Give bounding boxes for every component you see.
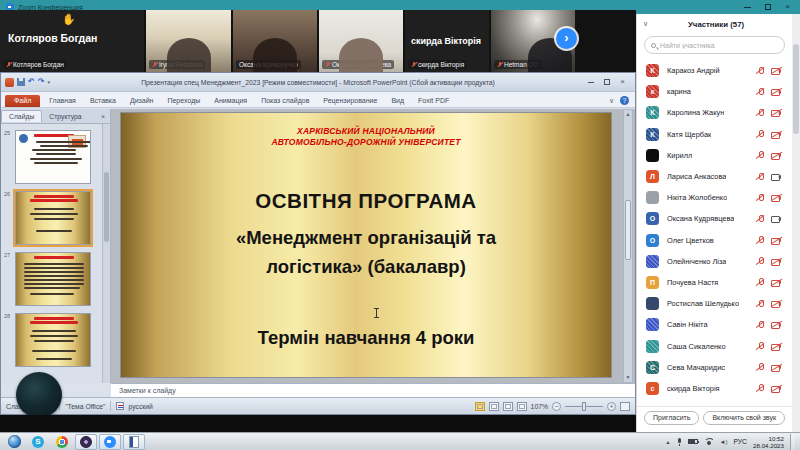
tray-volume-icon[interactable]: ◄) (719, 439, 727, 445)
participant-row[interactable]: ккарина (637, 81, 790, 102)
qat-dropdown-icon[interactable]: ▾ (47, 79, 50, 85)
next-page-button[interactable]: › (556, 28, 577, 49)
quick-access-toolbar: ↶ ↷ ▾ (5, 78, 50, 87)
tray-mic-icon[interactable] (676, 437, 682, 446)
participant-row[interactable]: ЛЛариса Анкасова (637, 166, 790, 187)
ribbon-collapse-icon[interactable]: ∨ (609, 97, 614, 105)
invite-button[interactable]: Пригласить (644, 411, 699, 425)
ppt-minimize-icon[interactable] (588, 82, 594, 83)
ribbon-tab[interactable]: Рецензирование (316, 94, 384, 107)
tray-expand-icon[interactable]: ▲ (666, 439, 671, 445)
avatar: К (646, 128, 659, 141)
video-tile[interactable]: скирда Вікторіяскирда Вікторія (405, 10, 489, 72)
participant-row[interactable]: Нікіта Жолобенко (637, 187, 790, 208)
undo-icon[interactable]: ↶ (28, 78, 35, 86)
slide-thumbnail[interactable] (15, 191, 91, 245)
panel-close-icon[interactable]: × (101, 113, 110, 120)
panel-collapse-icon[interactable]: ∨ (637, 20, 654, 28)
tray-battery-icon[interactable] (688, 439, 698, 444)
video-tile[interactable]: Оксана Кудрявцева (319, 10, 403, 72)
participants-scrollbar[interactable] (792, 14, 800, 432)
taskbar-skype-icon[interactable]: S (27, 434, 49, 450)
taskbar-chrome-icon[interactable] (51, 434, 73, 450)
video-tile-name-label: Оксана Криворучко (236, 60, 301, 69)
ribbon-tab[interactable]: Главная (42, 94, 83, 107)
spellcheck-icon[interactable] (116, 402, 124, 410)
ribbon-tab[interactable]: Вставка (83, 94, 123, 107)
clock[interactable]: 10:52 28.04.2023 (753, 435, 784, 449)
participant-row[interactable]: ООлег Цветков (637, 230, 790, 251)
participant-name: Каракоз Андрій (667, 66, 720, 75)
zoom-in-icon[interactable]: + (607, 402, 616, 411)
mic-muted-icon (756, 363, 764, 372)
tab-outline[interactable]: Структура (42, 111, 88, 122)
ribbon-tab[interactable]: Вид (384, 94, 411, 107)
video-tile[interactable]: Оксана Криворучко (233, 10, 317, 72)
video-tile-name-label: Оксана Кудрявцева (322, 60, 394, 69)
taskbar-zoom-icon[interactable] (99, 434, 121, 450)
camera-bubble[interactable] (16, 372, 62, 418)
ribbon-tab[interactable]: Переходы (160, 94, 207, 107)
participant-row[interactable]: Олейніченко Ліза (637, 251, 790, 272)
ribbon-tab[interactable]: Foxit PDF (411, 94, 456, 107)
start-button[interactable] (3, 434, 25, 450)
language-switcher[interactable]: РУС (733, 438, 747, 445)
fit-to-window-icon[interactable] (620, 402, 630, 411)
ribbon-tab-file[interactable]: Файл (5, 95, 40, 107)
participant-row[interactable]: Ростислав Шелудько (637, 293, 790, 314)
slide-scrollbar[interactable]: ▲ ▼ (623, 109, 633, 383)
scroll-up-icon[interactable]: ▲ (624, 110, 632, 119)
zoom-maximize-icon[interactable] (765, 4, 771, 10)
zoom-slider[interactable] (565, 406, 603, 407)
participant-row[interactable]: Кирилл (637, 145, 790, 166)
save-icon[interactable] (17, 78, 25, 86)
ppt-maximize-icon[interactable] (604, 79, 610, 85)
zoom-out-icon[interactable]: − (552, 402, 561, 411)
unmute-button[interactable]: Включить свой звук (703, 411, 785, 425)
ribbon-tab[interactable]: Анимация (207, 94, 254, 107)
show-desktop-button[interactable] (790, 434, 795, 450)
slide-header-text: ХАРКІВСЬКИЙ НАЦІОНАЛЬНИЙ АВТОМОБІЛЬНО-ДО… (121, 126, 611, 147)
slide-thumbnails: 25262728 (1, 124, 102, 383)
reading-view-icon[interactable] (503, 402, 513, 411)
participant-row[interactable]: ООксана Кудрявцева (637, 208, 790, 229)
participant-row[interactable]: ППочуева Настя (637, 272, 790, 293)
scroll-down-icon[interactable]: ▼ (624, 373, 632, 382)
tray-network-icon[interactable] (704, 438, 713, 445)
video-tile[interactable]: ✋Котляров БогданКотляров Богдан (0, 10, 144, 72)
ribbon-tab[interactable]: Дизайн (123, 94, 161, 107)
zoom-level: 107% (531, 403, 548, 410)
video-tile[interactable]: Iryna Fedotova (146, 10, 231, 72)
slideshow-icon[interactable] (517, 402, 527, 411)
slide-sorter-icon[interactable] (489, 402, 499, 411)
slides-panel-scrollbar[interactable] (102, 124, 110, 383)
normal-view-icon[interactable] (475, 402, 485, 411)
ppt-close-icon[interactable]: × (620, 78, 625, 86)
current-slide[interactable]: ХАРКІВСЬКИЙ НАЦІОНАЛЬНИЙ АВТОМОБІЛЬНО-ДО… (121, 113, 611, 377)
participant-search[interactable] (644, 36, 785, 54)
participant-row[interactable]: ККатя Щербак (637, 124, 790, 145)
search-input[interactable] (660, 42, 778, 49)
language-indicator[interactable]: русский (128, 403, 152, 410)
zoom-minimize-icon[interactable] (744, 7, 751, 8)
ribbon-tab[interactable]: Показ слайдов (254, 94, 316, 107)
participant-row[interactable]: ССева Мачаридис (637, 357, 790, 378)
participant-row[interactable]: Саша Сикаленко (637, 335, 790, 356)
slide-thumbnail[interactable] (15, 130, 91, 184)
zoom-close-icon[interactable]: × (785, 3, 790, 11)
slide-thumbnail[interactable] (15, 313, 91, 367)
tab-slides[interactable]: Слайды (1, 110, 42, 122)
participant-row[interactable]: Савін Нікіта (637, 314, 790, 335)
text-cursor (376, 309, 377, 317)
participant-big-name: скирда Вікторія (411, 36, 481, 46)
taskbar-office-icon[interactable] (123, 434, 145, 450)
slide-thumbnail[interactable] (15, 252, 91, 306)
taskbar-browser-icon[interactable] (75, 434, 97, 450)
redo-icon[interactable]: ↷ (38, 78, 45, 86)
participant-row[interactable]: сскирда Вікторія (637, 378, 790, 399)
help-icon[interactable]: ? (620, 96, 629, 105)
participant-row[interactable]: ККаролина Жакун (637, 102, 790, 123)
participant-row[interactable]: ККаракоз Андрій (637, 60, 790, 81)
participant-name: Кирилл (667, 151, 692, 160)
avatar: к (646, 85, 659, 98)
